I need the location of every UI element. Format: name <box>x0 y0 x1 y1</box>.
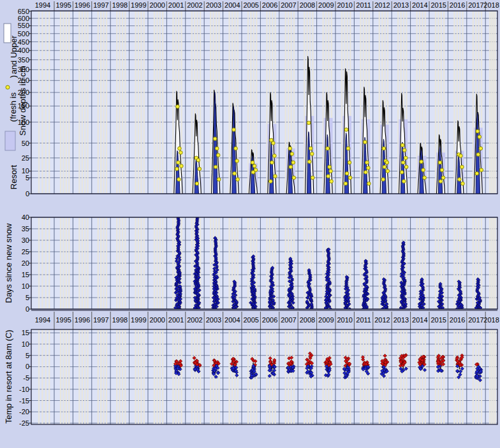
fresh-snow-marker <box>234 147 238 150</box>
fresh-snow-marker <box>420 160 423 164</box>
month-stripe <box>138 330 139 424</box>
month-stripe <box>156 330 158 424</box>
month-stripe <box>41 11 43 193</box>
month-stripe <box>210 11 211 193</box>
fresh-snow-marker <box>367 166 371 170</box>
month-stripe <box>322 11 323 193</box>
month-stripe <box>360 218 361 308</box>
month-stripe <box>489 218 490 308</box>
month-stripe <box>191 11 193 193</box>
resort-depth-legend-swatch <box>5 131 15 150</box>
month-stripe <box>122 330 123 424</box>
fresh-snow-marker <box>344 128 348 132</box>
month-stripe <box>489 330 490 424</box>
tick-label-days: 25 <box>22 248 29 256</box>
month-stripe <box>78 218 80 308</box>
month-stripe <box>172 218 173 308</box>
year-label: 2015 <box>430 1 446 9</box>
tick-label-temp: 5 <box>26 352 29 359</box>
year-label: 2014 <box>412 316 427 324</box>
month-stripe <box>154 218 155 308</box>
year-label: 2001 <box>168 316 184 324</box>
year-label: 2009 <box>318 1 334 9</box>
month-stripe <box>419 330 420 424</box>
month-stripe <box>304 218 305 308</box>
fresh-snow-marker <box>310 152 314 156</box>
month-stripe <box>349 218 351 308</box>
year-label: 1995 <box>55 1 71 9</box>
month-stripe <box>400 330 401 424</box>
month-stripe <box>68 11 70 193</box>
month-stripe <box>175 330 177 424</box>
month-stripe <box>247 11 249 193</box>
fresh-snow-marker <box>364 140 367 144</box>
month-stripe <box>180 330 182 424</box>
fresh-snow-marker <box>346 147 350 150</box>
month-stripe <box>156 218 158 308</box>
month-stripe <box>116 330 117 424</box>
month-stripe <box>191 330 193 424</box>
tick-label-snow: 550 <box>18 22 29 29</box>
month-stripe <box>322 330 323 424</box>
month-stripe <box>256 330 257 424</box>
fresh-snow-marker <box>177 178 181 182</box>
fresh-snow-legend-dot <box>6 85 10 89</box>
month-stripe <box>100 218 101 308</box>
month-stripe <box>78 11 80 193</box>
tick-label-snow: 450 <box>18 38 29 46</box>
fresh-snow-marker <box>251 161 254 164</box>
month-stripe <box>78 330 80 424</box>
month-stripe <box>288 330 289 424</box>
month-stripe <box>416 11 417 193</box>
month-stripe <box>41 218 43 308</box>
month-stripe <box>48 11 50 193</box>
month-stripe <box>272 330 273 424</box>
month-stripe <box>66 218 67 308</box>
month-stripe <box>124 218 126 308</box>
fresh-snow-marker <box>292 176 296 180</box>
fresh-snow-marker <box>348 176 352 180</box>
fresh-snow-marker <box>460 165 464 169</box>
month-stripe <box>45 330 47 424</box>
month-stripe <box>218 330 219 424</box>
month-stripe <box>360 11 361 193</box>
month-stripe <box>397 11 399 193</box>
month-stripe <box>143 11 145 193</box>
month-stripe <box>140 330 142 424</box>
year-label: 2017 <box>468 1 483 9</box>
year-label: 2002 <box>187 316 202 324</box>
year-label: 1994 <box>35 316 50 324</box>
year-label: 1997 <box>93 1 108 9</box>
year-label: 1999 <box>131 316 146 324</box>
month-stripe <box>138 218 139 308</box>
month-stripe <box>443 218 445 308</box>
fresh-snow-marker <box>179 151 183 155</box>
fresh-snow-marker <box>232 128 236 132</box>
snow-history-chart-canvas: 0510255010015020025030035040045050055060… <box>0 0 500 448</box>
middle-ylabel: Days since new snow <box>4 223 13 303</box>
month-stripe <box>266 11 267 193</box>
month-stripe <box>491 218 492 308</box>
month-stripe <box>119 218 120 308</box>
fresh-snow-marker <box>272 141 276 145</box>
month-stripe <box>60 11 61 193</box>
month-stripe <box>397 218 399 308</box>
month-stripe <box>62 218 64 308</box>
fresh-snow-marker <box>195 182 199 185</box>
month-stripe <box>116 11 117 193</box>
month-stripe <box>360 330 361 424</box>
tick-label-snow: 5 <box>26 174 29 182</box>
month-stripe <box>98 330 99 424</box>
month-stripe <box>135 11 136 193</box>
tick-label-temp: 0 <box>26 363 29 370</box>
fresh-snow-marker <box>235 159 239 163</box>
month-stripe <box>304 11 305 193</box>
month-stripe <box>116 218 117 308</box>
fresh-snow-marker <box>440 168 444 172</box>
month-stripe <box>106 330 107 424</box>
year-label: 2003 <box>206 316 221 324</box>
month-stripe <box>228 11 230 193</box>
month-stripe <box>48 218 50 308</box>
month-stripe <box>247 218 249 308</box>
month-stripe <box>274 330 276 424</box>
